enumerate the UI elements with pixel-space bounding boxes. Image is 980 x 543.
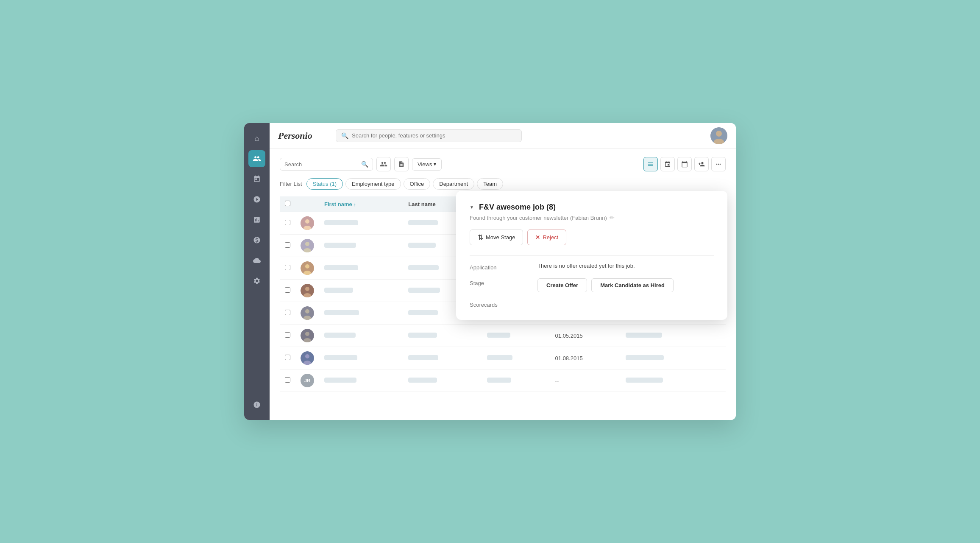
last-name-cell (408, 265, 439, 270)
edit-icon[interactable]: ✏ (610, 214, 615, 221)
avatar (301, 239, 314, 252)
content-area: 🔍 Views ▾ (270, 148, 736, 420)
last-name-cell (408, 288, 440, 293)
toolbar-row: 🔍 Views ▾ (280, 157, 726, 171)
first-name-cell (324, 243, 356, 248)
reject-button[interactable]: ✕ Reject (527, 230, 566, 245)
row-checkbox[interactable] (285, 287, 290, 293)
people-search-input[interactable] (284, 161, 359, 168)
document-icon-btn[interactable] (394, 157, 409, 171)
add-employee-btn[interactable] (694, 157, 709, 171)
last-name-cell (408, 220, 438, 225)
svg-point-7 (305, 242, 309, 246)
avatar (301, 306, 314, 320)
last-name-cell (408, 243, 436, 248)
table-row[interactable]: 01.05.2015 (280, 325, 726, 347)
create-offer-button[interactable]: Create Offer (537, 278, 587, 292)
employment-type-cell (626, 333, 662, 338)
col-checkbox (280, 196, 295, 212)
people-search-box[interactable]: 🔍 (280, 158, 373, 171)
sidebar-item-calendar[interactable] (248, 171, 265, 188)
views-label: Views (418, 161, 432, 168)
sidebar-item-integrations[interactable] (248, 252, 265, 269)
move-stage-button[interactable]: ⇅ Move Stage (470, 230, 523, 245)
calendar-view-btn[interactable] (677, 157, 692, 171)
first-name-cell (324, 333, 356, 338)
no-offer-text: There is no offer created yet for this j… (537, 263, 714, 271)
row-checkbox[interactable] (285, 242, 290, 248)
row-checkbox[interactable] (285, 310, 290, 315)
filter-tab-team[interactable]: Team (477, 178, 503, 190)
popup-details: Application There is no offer created ye… (470, 255, 714, 308)
views-dropdown-btn[interactable]: Views ▾ (412, 158, 442, 171)
scorecards-label: Scorecards (470, 300, 537, 308)
avatar: JR (301, 374, 314, 387)
table-row[interactable]: JR -- (280, 369, 726, 392)
sidebar-item-reports[interactable] (248, 211, 265, 228)
avatar (301, 284, 314, 297)
scorecards-value (537, 300, 714, 308)
popup-actions-row: ⇅ Move Stage ✕ Reject (470, 230, 714, 245)
row-checkbox[interactable] (285, 332, 290, 338)
user-avatar[interactable] (710, 127, 727, 144)
move-stage-icon: ⇅ (478, 233, 483, 241)
offer-buttons: Create Offer Mark Candidate as Hired (537, 278, 714, 292)
sidebar-item-payroll[interactable] (248, 232, 265, 249)
employment-type-cell (626, 378, 663, 383)
last-name-cell (408, 378, 437, 383)
popup-title: F&V awesome job (8) (479, 203, 556, 212)
avatar (301, 329, 314, 342)
row-checkbox[interactable] (285, 377, 290, 383)
collapse-icon[interactable]: ▼ (470, 205, 474, 210)
avatar (301, 261, 314, 275)
sort-icon: ↑ (354, 202, 356, 207)
list-view-btn[interactable] (643, 157, 658, 171)
popup-subtitle-text: Found through your customer newsletter (… (470, 215, 607, 221)
sidebar-item-people[interactable] (248, 150, 265, 167)
svg-point-4 (305, 219, 309, 224)
hire-date-cell: 01.08.2015 (550, 347, 621, 369)
mark-hired-button[interactable]: Mark Candidate as Hired (591, 278, 674, 292)
reject-label: Reject (543, 234, 558, 241)
filter-tab-employment-type[interactable]: Employment type (345, 178, 401, 190)
move-stage-label: Move Stage (486, 234, 515, 241)
filter-tab-status[interactable]: Status (1) (306, 178, 343, 190)
status-cell (487, 333, 510, 338)
hire-date-cell: -- (550, 369, 621, 392)
row-checkbox[interactable] (285, 265, 290, 270)
svg-point-19 (305, 332, 309, 336)
sidebar-item-home[interactable]: ⌂ (248, 130, 265, 147)
org-view-btn[interactable] (660, 157, 675, 171)
global-search-icon: 🔍 (341, 132, 348, 139)
candidate-popup: ▼ F&V awesome job (8) Found through your… (456, 191, 727, 320)
svg-point-22 (305, 354, 309, 358)
select-all-checkbox[interactable] (285, 201, 290, 206)
employment-type-cell (626, 355, 664, 360)
popup-subtitle: Found through your customer newsletter (… (470, 214, 714, 221)
row-checkbox[interactable] (285, 355, 290, 360)
last-name-cell (408, 310, 438, 315)
row-checkbox[interactable] (285, 220, 290, 225)
popup-header: ▼ F&V awesome job (8) (470, 203, 714, 212)
filter-tab-department[interactable]: Department (433, 178, 474, 190)
sidebar-item-recruiting[interactable] (248, 191, 265, 208)
col-firstname[interactable]: First name ↑ (319, 196, 403, 212)
svg-point-13 (305, 287, 309, 291)
sidebar-item-info[interactable] (248, 396, 265, 413)
people-group-icon-btn[interactable] (376, 157, 391, 171)
global-search-container[interactable]: 🔍 (336, 129, 522, 142)
filter-tab-office[interactable]: Office (404, 178, 431, 190)
more-options-btn[interactable] (711, 157, 726, 171)
col-avatar (295, 196, 319, 212)
first-name-cell (324, 310, 359, 315)
main-area: Personio 🔍 🔍 (270, 123, 736, 420)
toolbar-right (643, 157, 726, 171)
global-search-input[interactable] (352, 132, 516, 139)
filter-tabs: Filter List Status (1) Employment type O… (280, 178, 726, 190)
status-cell (487, 355, 512, 360)
sidebar-item-settings[interactable] (248, 272, 265, 289)
first-name-cell (324, 355, 357, 360)
table-row[interactable]: 01.08.2015 (280, 347, 726, 369)
reject-icon: ✕ (535, 234, 540, 241)
svg-point-10 (305, 264, 309, 269)
